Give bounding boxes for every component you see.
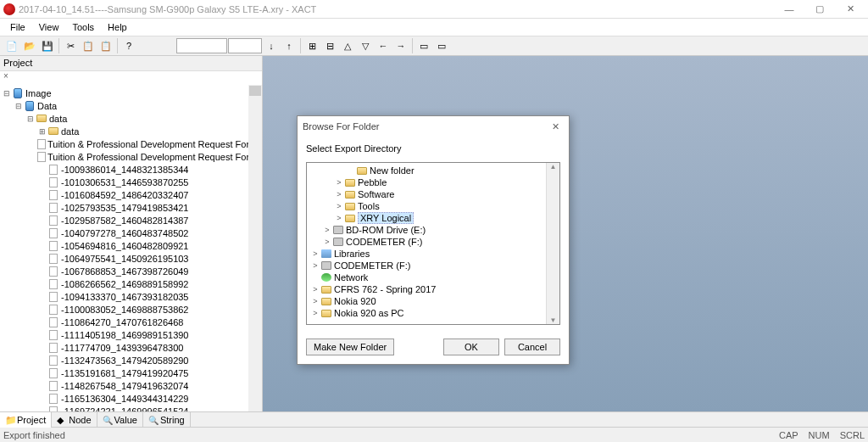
nav-back-icon[interactable]: ↓ [263,37,280,54]
copy-icon[interactable]: 📋 [80,37,97,54]
tab-node[interactable]: ◆Node [52,412,97,428]
expand-icon[interactable]: > [322,226,332,234]
tree-file[interactable]: -1165136304_1449344314229 [2,392,260,405]
help-icon[interactable]: ? [120,37,137,54]
tree-file[interactable]: Tuition & Professional Development Reque… [2,137,260,150]
tree-label: Image [25,88,52,98]
paste-icon[interactable]: 📋 [97,37,114,54]
make-new-folder-button[interactable]: Make New Folder [306,338,394,355]
expand-icon[interactable]: > [310,261,320,270]
arrow-left-icon[interactable]: ← [375,37,392,54]
sidebar-close[interactable]: × [0,71,262,85]
folder-label: Pebble [358,177,387,187]
toolbar-dropdown-1[interactable] [176,38,227,53]
tri-down-icon[interactable]: ▽ [357,37,374,54]
tool-b-icon[interactable]: ▭ [433,37,450,54]
cut-icon[interactable]: ✂ [62,37,79,54]
folder-item[interactable]: >Pebble [309,176,558,188]
collapse-icon[interactable]: ⊟ [321,37,338,54]
folder-item[interactable]: >CODEMETER (F:) [309,260,558,271]
menu-help[interactable]: Help [101,20,134,34]
tree-file[interactable]: -1029587582_1460482814387 [2,214,260,227]
expand-icon[interactable]: ⊟ [25,115,36,123]
tree-file[interactable]: -1054694816_1460482809921 [2,239,260,252]
folder-item[interactable]: New folder [309,165,558,176]
menu-file[interactable]: File [3,20,32,34]
expand-icon[interactable]: > [310,285,320,294]
tab-value[interactable]: Value [97,412,143,428]
tree-file[interactable]: -1064975541_1450926195103 [2,252,260,265]
ok-button[interactable]: OK [443,338,499,355]
expand-icon[interactable]: > [334,190,344,199]
maximize-button[interactable]: ▢ [805,1,834,18]
folder-item[interactable]: >Tools [309,200,558,212]
tree-root[interactable]: ⊟Image [2,87,260,99]
tree-data[interactable]: ⊟Data [2,99,260,112]
folder-item[interactable]: >XRY Logical [309,212,558,224]
folder-tree[interactable]: New folder>Pebble>Software>Tools>XRY Log… [306,162,560,325]
open-icon[interactable]: 📂 [21,37,38,54]
menu-tools[interactable]: Tools [65,20,101,34]
nav-up-icon[interactable]: ↑ [281,37,298,54]
expand-icon[interactable]: > [310,297,320,305]
tree-file[interactable]: -1010306531_1446593870255 [2,176,260,188]
tri-up-icon[interactable]: △ [339,37,356,54]
tree-file[interactable]: -1086266562_1469889158992 [2,277,260,290]
tab-string[interactable]: String [143,412,191,428]
folder-label: Network [334,272,368,283]
tree-file[interactable]: -1132473563_1479420589290 [2,354,260,366]
folder-item[interactable]: >Libraries [309,248,558,260]
save-icon[interactable]: 💾 [39,37,56,54]
tree-file[interactable]: -1009386014_1448321385344 [2,163,260,176]
expand-icon[interactable]: > [322,238,332,246]
new-icon[interactable]: 📄 [3,37,20,54]
folder-item[interactable]: >BD-ROM Drive (E:) [309,224,558,236]
tree-file[interactable]: -1025793535_1479419853421 [2,201,260,214]
expand-icon[interactable]: ⊞ [37,127,47,136]
tool-a-icon[interactable]: ▭ [415,37,432,54]
folder-item[interactable]: >Nokia 920 [309,295,558,307]
dialog-title: Browse For Folder [303,121,379,131]
folder-item[interactable]: >Software [309,188,558,200]
tree-file[interactable]: -1148267548_1479419632074 [2,379,260,392]
tree-file[interactable]: -1094133370_1467393182035 [2,290,260,303]
project-tree[interactable]: ⊟Image⊟Data⊟data⊞dataTuition & Professio… [0,85,262,411]
folder-item[interactable]: Network [309,271,558,283]
dialog-scrollbar[interactable] [546,163,559,324]
toolbar-dropdown-2[interactable] [228,38,262,53]
tree-file[interactable]: -1040797278_1460483748502 [2,227,260,239]
dialog-close-icon[interactable]: ✕ [547,121,564,132]
status-scrl: SCRL [840,430,865,440]
tree-file[interactable]: Tuition & Professional Development Reque… [2,150,260,163]
expand-icon[interactable]: ⊞ [303,37,320,54]
tree-label: Tuition & Professional Development Reque… [47,152,262,162]
close-button[interactable]: ✕ [836,1,865,18]
menu-view[interactable]: View [32,20,66,34]
tree-file[interactable]: -1100083052_1469888753862 [2,303,260,316]
expand-icon[interactable]: > [310,249,320,258]
expand-icon[interactable]: ⊟ [14,102,24,110]
tree-data-folder[interactable]: ⊟data [2,112,260,125]
tree-file[interactable]: -1135191681_1479419920475 [2,366,260,379]
arrow-right-icon[interactable]: → [392,37,409,54]
expand-icon[interactable]: > [334,178,344,187]
expand-icon[interactable]: ⊟ [2,89,12,98]
folder-item[interactable]: >Nokia 920 as PC [309,307,558,319]
expand-icon[interactable]: > [310,309,320,317]
expand-icon[interactable]: > [334,202,344,210]
tree-data-subfolder[interactable]: ⊞data [2,125,260,137]
tree-file[interactable]: -1169724221_1469996541524 [2,405,260,411]
folder-item[interactable]: >CODEMETER (F:) [309,236,558,248]
tree-file[interactable]: -1067868853_1467398726049 [2,265,260,277]
expand-icon[interactable]: > [334,214,344,222]
minimize-button[interactable]: — [775,1,804,18]
tree-file[interactable]: -111774709_1439396478300 [2,341,260,354]
cancel-button[interactable]: Cancel [504,338,560,355]
tree-scrollbar[interactable] [248,85,262,411]
tab-project[interactable]: 📁Project [0,412,52,428]
tree-label: -1132473563_1479420589290 [61,355,189,366]
tree-file[interactable]: -1111405198_1469989151390 [2,328,260,341]
folder-item[interactable]: >CFRS 762 - Spring 2017 [309,283,558,295]
tree-file[interactable]: -110864270_1470761826468 [2,316,260,328]
tree-file[interactable]: -1016084592_1486420332407 [2,188,260,201]
